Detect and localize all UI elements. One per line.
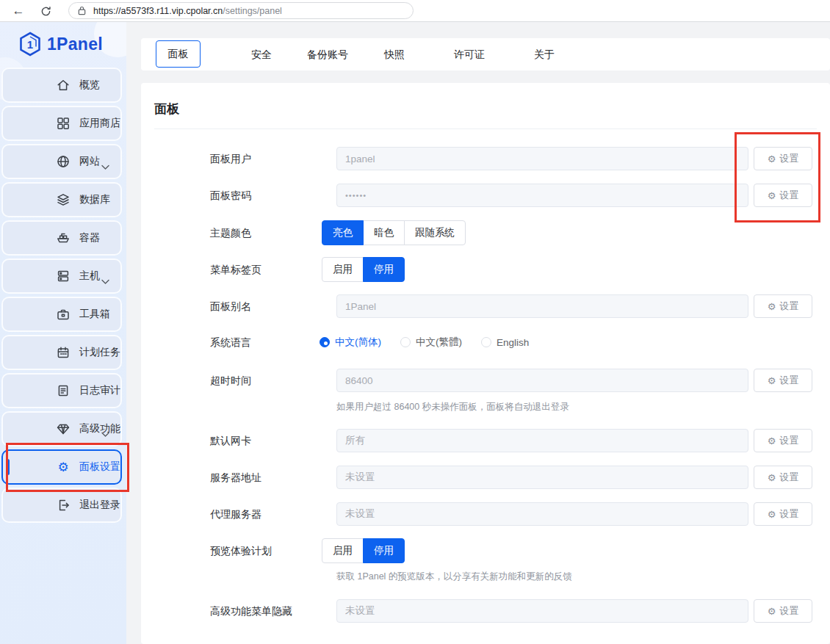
active-item-indicator — [6, 459, 10, 475]
advanced-menu-hidden-set-button[interactable]: ⚙设置 — [754, 599, 812, 623]
sidebar-item-label: 高级功能 — [79, 422, 120, 435]
server-address-set-button[interactable]: ⚙设置 — [754, 466, 812, 489]
proxy-server-input[interactable] — [336, 502, 748, 526]
timeout-set-button[interactable]: ⚙设置 — [754, 369, 812, 392]
url-path: /settings/panel — [223, 6, 282, 16]
language-english-radio[interactable]: English — [481, 337, 529, 348]
globe-icon — [56, 154, 71, 169]
set-button-label: 设置 — [779, 471, 798, 484]
sidebar-item-cron[interactable]: 计划任务 — [1, 335, 122, 370]
address-bar[interactable]: https://a5573f3.r11.vip.cpolar.cn/settin… — [68, 2, 414, 19]
field-label-proxy-server: 代理服务器 — [210, 502, 261, 526]
tab-security[interactable]: 安全 — [251, 38, 272, 70]
app-logo[interactable]: 1 1Panel — [19, 32, 103, 57]
sidebar-item-label: 数据库 — [79, 193, 110, 206]
tab-license[interactable]: 许可证 — [454, 38, 485, 70]
gear-icon: ⚙ — [768, 436, 776, 446]
gem-icon — [56, 422, 71, 436]
sidebar-item-logs[interactable]: 日志审计 — [1, 373, 122, 408]
gear-icon: ⚙ — [768, 473, 776, 482]
language-zh-tw-radio[interactable]: 中文(繁體) — [400, 336, 462, 349]
radio-icon — [320, 337, 330, 347]
chevron-down-icon — [101, 160, 109, 173]
theme-dark-button[interactable]: 暗色 — [363, 220, 405, 245]
default-network-input[interactable] — [336, 429, 748, 452]
radio-label: 中文(繁體) — [416, 336, 462, 349]
language-zh-cn-radio[interactable]: 中文(简体) — [320, 336, 381, 349]
gear-icon: ⚙ — [768, 607, 776, 616]
tab-label: 面板 — [168, 48, 189, 61]
default-network-set-button[interactable]: ⚙设置 — [754, 429, 812, 452]
app-logo-text: 1Panel — [47, 35, 103, 54]
toggle-label: 停用 — [374, 544, 394, 557]
toggle-label: 暗色 — [374, 226, 394, 239]
field-label-preview-program: 预览体验计划 — [210, 538, 272, 563]
tab-label: 快照 — [384, 48, 405, 60]
set-button-label: 设置 — [779, 152, 798, 165]
field-label-timeout: 超时时间 — [210, 369, 251, 392]
radio-icon — [481, 337, 491, 347]
server-address-input[interactable] — [336, 466, 748, 489]
chevron-down-icon — [101, 427, 109, 441]
sidebar-item-app-store[interactable]: 应用商店 — [1, 106, 122, 141]
server-icon — [56, 269, 71, 283]
sidebar-item-database[interactable]: 数据库 — [1, 182, 122, 217]
advanced-menu-hidden-input[interactable] — [336, 599, 748, 623]
gear-icon: ⚙ — [768, 302, 776, 311]
sidebar-item-website[interactable]: 网站 — [1, 144, 122, 179]
tab-backup-account[interactable]: 备份账号 — [307, 38, 348, 70]
title-divider — [154, 129, 817, 129]
field-label-server-address: 服务器地址 — [210, 466, 261, 489]
sidebar-item-advanced[interactable]: 高级功能 — [1, 411, 122, 446]
set-button-label: 设置 — [779, 507, 798, 521]
sidebar-item-logout[interactable]: 退出登录 — [1, 488, 122, 523]
theme-light-button[interactable]: 亮色 — [322, 220, 364, 245]
gear-icon: ⚙ — [768, 191, 776, 200]
panel-alias-input[interactable] — [336, 294, 748, 318]
sidebar-item-overview[interactable]: 概览 — [1, 68, 122, 103]
gear-icon: ⚙ — [768, 510, 776, 519]
menu-tabs-disable-button[interactable]: 停用 — [363, 257, 405, 282]
tab-about[interactable]: 关于 — [534, 38, 555, 70]
menu-tabs-enable-button[interactable]: 启用 — [322, 257, 364, 282]
timeout-help-text: 如果用户超过 86400 秒未操作面板，面板将自动退出登录 — [336, 401, 569, 413]
set-button-label: 设置 — [779, 604, 798, 618]
sidebar-item-container[interactable]: 容器 — [1, 220, 122, 256]
sidebar-item-label: 工具箱 — [79, 308, 110, 321]
sidebar-item-toolbox[interactable]: 工具箱 — [1, 297, 122, 332]
theme-follow-system-button[interactable]: 跟随系统 — [404, 220, 466, 245]
set-button-label: 设置 — [779, 434, 798, 447]
theme-toggle-group: 亮色 暗色 跟随系统 — [322, 220, 466, 245]
radio-icon — [400, 337, 411, 347]
sidebar-item-panel-settings[interactable]: ⚙ 面板设置 — [1, 449, 122, 485]
panel-user-input[interactable] — [336, 147, 748, 170]
panel-alias-set-button[interactable]: ⚙设置 — [754, 294, 812, 318]
proxy-server-set-button[interactable]: ⚙设置 — [754, 502, 812, 526]
toggle-label: 亮色 — [333, 226, 353, 239]
panel-password-set-button[interactable]: ⚙设置 — [754, 184, 812, 207]
sidebar-item-label: 概览 — [79, 79, 100, 92]
set-button-label: 设置 — [779, 374, 798, 387]
menu-tabs-toggle-group: 启用 停用 — [322, 257, 405, 282]
panel-user-set-button[interactable]: ⚙设置 — [754, 147, 812, 170]
panel-password-input[interactable] — [336, 184, 748, 207]
field-label-panel-password: 面板密码 — [210, 184, 251, 207]
tab-panel[interactable]: 面板 — [156, 40, 201, 68]
set-button-label: 设置 — [779, 189, 798, 202]
sidebar-item-host[interactable]: 主机 — [1, 258, 122, 294]
tab-snapshot[interactable]: 快照 — [384, 38, 405, 70]
sidebar-item-label: 容器 — [79, 231, 100, 245]
page-title: 面板 — [154, 101, 179, 117]
set-button-label: 设置 — [779, 300, 798, 313]
tab-label: 许可证 — [454, 48, 485, 60]
back-button[interactable]: ← — [7, 0, 29, 22]
preview-enable-button[interactable]: 启用 — [322, 538, 364, 563]
ship-icon — [56, 231, 71, 245]
preview-disable-button[interactable]: 停用 — [363, 538, 405, 563]
timeout-input[interactable] — [336, 369, 748, 392]
refresh-button[interactable] — [35, 0, 57, 22]
toolbox-icon — [56, 307, 71, 322]
1panel-logo-icon: 1 — [19, 32, 41, 57]
gear-icon: ⚙ — [768, 154, 776, 164]
radio-label: 中文(简体) — [335, 336, 381, 349]
